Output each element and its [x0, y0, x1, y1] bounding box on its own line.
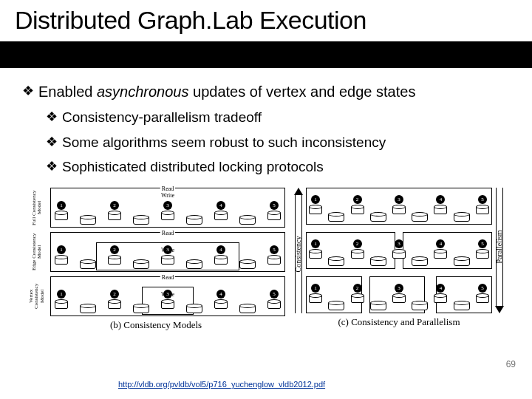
c-row: 1 2 3 4 5	[306, 276, 492, 313]
vertex-chain: 1 2 3 4 5	[55, 245, 281, 269]
sub-bullet: ❖ Some algorithms seem robust to such in…	[46, 132, 510, 153]
bullet-glyph-icon: ❖	[46, 157, 58, 176]
c-row: 1 2 3 4 5	[306, 188, 492, 225]
footer-citation-link[interactable]: http://vldb.org/pvldb/vol5/p716_yuchengl…	[118, 380, 325, 389]
page-number: 69	[506, 359, 516, 369]
row-label: Edge Consistency Model	[27, 232, 47, 272]
row-label: Vertex Consistency Model	[27, 276, 47, 316]
bullet-main-text: Enabled asynchronous updates of vertex a…	[38, 81, 415, 103]
content-area: ❖ Enabled asynchronous updates of vertex…	[0, 62, 532, 331]
panel-b-rows: Read Write 1 2 3 4 5	[50, 188, 285, 316]
panel-c-wrap: Consistency 1 2 3 4	[293, 188, 505, 313]
scope-label-read: Read	[160, 230, 175, 236]
panel-c-rows: 1 2 3 4 5	[306, 188, 492, 313]
bullet-glyph-icon: ❖	[46, 107, 58, 126]
sub-bullet-list: ❖ Consistency-parallelism tradeoff ❖ Som…	[22, 107, 510, 177]
bullet-main: ❖ Enabled asynchronous updates of vertex…	[22, 81, 510, 103]
parallelism-arrow: Parallelism	[494, 188, 505, 313]
panel-b-caption: (b) Consistency Models	[27, 319, 285, 331]
row-label: Full Consistency Model	[27, 188, 47, 228]
panel-b-row-labels: Full Consistency Model Edge Consistency …	[27, 188, 47, 316]
sub-bullet: ❖ Sophisticated distributed locking prot…	[46, 157, 510, 177]
c-row: 1 2 3 4 5	[306, 232, 492, 269]
slide-title: Distributed Graph.Lab Execution	[15, 6, 366, 35]
panel-b: Full Consistency Model Edge Consistency …	[27, 188, 285, 331]
title-underline-band	[0, 41, 532, 68]
scope-label-read: Read	[160, 185, 175, 192]
bullet-glyph-icon: ❖	[46, 132, 58, 151]
consistency-arrow: Consistency	[293, 188, 304, 313]
bullet-glyph-icon: ❖	[22, 81, 34, 100]
model-row-edge: Read Write 1 2 3 4	[50, 232, 285, 272]
panel-c: Consistency 1 2 3 4	[293, 188, 505, 331]
sub-bullet: ❖ Consistency-parallelism tradeoff	[46, 107, 510, 128]
vertex-chain: 1 2 3 4 5	[55, 201, 281, 225]
scope-label-read: Read	[160, 274, 175, 281]
panel-b-grid: Full Consistency Model Edge Consistency …	[27, 188, 285, 316]
title-region: Distributed Graph.Lab Execution	[0, 0, 532, 62]
vertex-chain: 1 2 3 4 5	[55, 290, 281, 313]
sub-bullet-text: Some algorithms seem robust to such inco…	[62, 132, 386, 153]
model-row-vertex: Read Write 1 2 3 4	[50, 276, 285, 316]
sub-bullet-text: Consistency-parallelism tradeoff	[62, 107, 262, 128]
panel-c-caption: (c) Consistency and Parallelism	[293, 316, 505, 328]
scope-label-write: Write	[160, 192, 176, 199]
sub-bullet-text: Sophisticated distributed locking protoc…	[62, 157, 324, 177]
figure: Full Consistency Model Edge Consistency …	[22, 188, 510, 331]
model-row-full: Read Write 1 2 3 4 5	[50, 188, 285, 228]
